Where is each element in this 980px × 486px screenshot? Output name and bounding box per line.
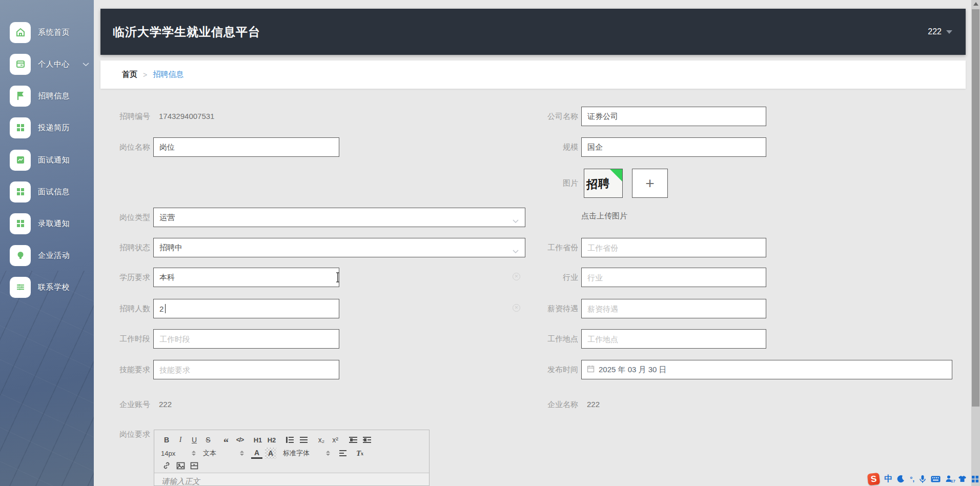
- moon-icon[interactable]: [897, 475, 905, 483]
- sidebar-item-enterprise-activity[interactable]: 企业活动: [0, 242, 94, 268]
- clear-format-x: x: [361, 451, 363, 456]
- skills-input[interactable]: [153, 360, 339, 379]
- user-menu[interactable]: 222: [928, 9, 952, 55]
- headcount-label: 招聘人数: [101, 299, 150, 318]
- sidebar-item-interview-notice[interactable]: 面试通知: [0, 147, 94, 173]
- breadcrumb-home[interactable]: 首页: [122, 70, 137, 79]
- sidebar-item-personal-center[interactable]: 个人中心: [0, 51, 94, 77]
- highlight-color-button[interactable]: A: [265, 448, 276, 459]
- scale-input[interactable]: [581, 137, 766, 157]
- status-select[interactable]: 招聘中: [153, 238, 525, 257]
- subscript-button[interactable]: x₂: [316, 434, 327, 445]
- sidebar-item-label: 面试通知: [38, 155, 70, 165]
- sidebar-item-send-resume[interactable]: 投递简历: [0, 115, 94, 140]
- company-name-input[interactable]: [581, 107, 766, 126]
- breadcrumb: 首页 > 招聘信息: [100, 60, 966, 89]
- job-requirements-label: 岗位要求: [101, 424, 150, 444]
- bold-button[interactable]: B: [161, 434, 172, 445]
- salary-label: 薪资待遇: [525, 299, 578, 318]
- outdent-button[interactable]: [348, 434, 359, 445]
- editor-toolbar-row1: B I U S “ </> H1 H2 x₂ x²: [161, 434, 375, 445]
- sidebar-item-interview-info[interactable]: 面试信息: [0, 179, 94, 205]
- breadcrumb-current[interactable]: 招聘信息: [153, 70, 183, 79]
- scrollbar-thumb[interactable]: [972, 9, 979, 407]
- industry-input[interactable]: [581, 268, 766, 287]
- keyboard-icon[interactable]: [931, 476, 941, 482]
- heading2-button[interactable]: H2: [266, 434, 277, 445]
- chevron-down-icon: [83, 59, 89, 69]
- skills-label: 技能要求: [101, 360, 150, 379]
- chevron-down-icon: [513, 216, 519, 225]
- ime-language-toggle[interactable]: 中: [884, 474, 892, 484]
- job-type-select[interactable]: 运营: [153, 208, 525, 227]
- company-title-value: 222: [587, 395, 600, 414]
- underline-button[interactable]: U: [189, 434, 200, 445]
- headcount-input[interactable]: [153, 299, 339, 318]
- page-title: 临沂大学学生就业信息平台: [100, 24, 260, 40]
- ime-badge-count: 17: [951, 479, 955, 483]
- vertical-scrollbar[interactable]: [971, 0, 980, 486]
- font-family-value: 标准字体: [283, 449, 322, 458]
- location-input[interactable]: [581, 329, 766, 349]
- sidebar-item-label: 面试信息: [38, 187, 70, 197]
- field-hint-icon: ✕: [513, 273, 520, 280]
- clear-format-T: T: [356, 449, 361, 458]
- industry-label: 行业: [525, 268, 578, 287]
- insert-video-button[interactable]: [189, 460, 200, 471]
- sidebar-item-home[interactable]: 系统首页: [0, 19, 94, 45]
- publish-date-value: 2025 年 03 月 30 日: [599, 365, 667, 375]
- company-title-label: 企业名称: [525, 395, 578, 414]
- user-name: 222: [928, 27, 942, 36]
- job-name-label: 岗位名称: [101, 137, 150, 157]
- bullet-list-button[interactable]: [298, 434, 309, 445]
- scrollbar-up-arrow[interactable]: [973, 2, 978, 6]
- sidebar-item-label: 投递简历: [38, 123, 70, 133]
- font-size-select[interactable]: 14px: [161, 450, 196, 457]
- upload-hint: 点击上传图片: [581, 211, 627, 221]
- code-block-button[interactable]: </>: [234, 434, 246, 445]
- insert-link-button[interactable]: [161, 460, 172, 471]
- text-caret: [165, 304, 166, 313]
- heading1-button[interactable]: H1: [252, 434, 263, 445]
- align-button[interactable]: [337, 448, 349, 459]
- superscript-button[interactable]: x²: [330, 434, 341, 445]
- sidebar-item-admission-notice[interactable]: 录取通知: [0, 211, 94, 236]
- microphone-icon[interactable]: [919, 475, 926, 483]
- ime-menu-grid-icon[interactable]: [971, 475, 979, 483]
- publish-date-input[interactable]: 2025 年 03 月 30 日: [581, 360, 952, 379]
- job-name-input[interactable]: [153, 137, 339, 157]
- ordered-list-button[interactable]: [284, 434, 295, 445]
- uploaded-image-thumbnail[interactable]: 招聘: [584, 169, 623, 198]
- clear-format-button[interactable]: Tx: [354, 448, 365, 459]
- insert-image-button[interactable]: [175, 460, 186, 471]
- indent-button[interactable]: [361, 434, 373, 445]
- province-input[interactable]: [581, 238, 766, 257]
- skin-icon[interactable]: [958, 475, 967, 482]
- company-name-label: 公司名称: [525, 107, 578, 126]
- location-label: 工作地点: [525, 329, 578, 349]
- education-input[interactable]: [153, 268, 339, 287]
- salary-input[interactable]: [581, 299, 766, 318]
- company-account-label: 企业账号: [101, 395, 150, 414]
- company-account-value: 222: [159, 395, 172, 414]
- paragraph-format-select[interactable]: 文本: [203, 449, 244, 458]
- text-color-button[interactable]: A: [251, 448, 262, 459]
- align-icon: [339, 450, 346, 456]
- italic-button[interactable]: I: [175, 434, 186, 445]
- bullet-list-icon: [300, 437, 308, 443]
- ime-punctuation-toggle[interactable]: °,: [910, 475, 914, 483]
- grid-icon: [10, 213, 31, 234]
- page: 系统首页 个人中心 招聘信息 投递简历 面: [0, 0, 980, 486]
- sidebar-item-contact-school[interactable]: 联系学校: [0, 274, 94, 300]
- work-time-input[interactable]: [153, 329, 339, 349]
- recruit-id-label: 招聘编号: [101, 107, 150, 126]
- sogou-logo-icon[interactable]: S: [867, 472, 880, 485]
- blockquote-button[interactable]: “: [220, 434, 232, 445]
- user-profile-icon[interactable]: 17: [945, 475, 953, 483]
- sidebar-item-recruit-info[interactable]: 招聘信息: [0, 83, 94, 109]
- strikethrough-button[interactable]: S: [202, 434, 214, 445]
- font-family-select[interactable]: 标准字体: [283, 449, 330, 458]
- upload-image-button[interactable]: +: [632, 169, 668, 198]
- chart-icon: [10, 150, 31, 171]
- editor-content-area[interactable]: 请输入正文: [154, 473, 429, 485]
